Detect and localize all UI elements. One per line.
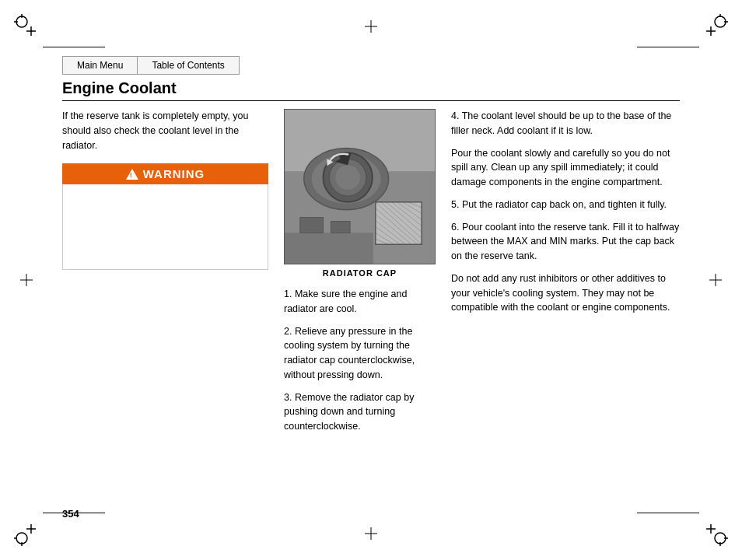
warning-triangle-icon [126, 169, 138, 180]
corner-mark-bl [14, 524, 36, 546]
intro-text: If the reserve tank is completely empty,… [62, 109, 268, 152]
warning-header: WARNING [62, 163, 268, 184]
svg-point-34 [335, 165, 360, 190]
step-5-text: Put the radiator cap back on, and tighte… [462, 199, 667, 210]
additives-note: Do not add any rust inhibitors or other … [451, 271, 680, 315]
step-6-label: 6. [451, 222, 462, 233]
corner-mark-tr [706, 14, 728, 36]
page-title: Engine Coolant [62, 79, 680, 97]
svg-point-7 [715, 16, 726, 27]
top-line-right [637, 47, 699, 47]
warning-label: WARNING [143, 167, 205, 180]
step-4-text: The coolant level should be up to the ba… [451, 110, 671, 136]
nav-bar: Main Menu Table of Contents [62, 56, 240, 75]
pour-note: Pour the coolant slowly and carefully so… [451, 146, 680, 190]
svg-point-0 [16, 16, 27, 27]
crosshair-right [709, 274, 722, 286]
title-section: Engine Coolant [62, 79, 680, 101]
step-4: 4. The coolant level should be up to the… [451, 109, 680, 138]
top-line-left [43, 47, 105, 47]
image-caption: RADIATOR CAP [284, 268, 436, 278]
steps-list: 1. Make sure the engine and radiator are… [284, 287, 436, 434]
warning-content [62, 184, 268, 270]
middle-column: RADIATOR CAP 1. Make sure the engine and… [276, 109, 443, 498]
svg-point-12 [16, 533, 27, 544]
step-4-label: 4. [451, 110, 462, 121]
svg-point-17 [715, 533, 726, 544]
content-area: If the reserve tank is completely empty,… [62, 109, 680, 498]
main-menu-button[interactable]: Main Menu [62, 56, 137, 75]
corner-mark-tl [14, 14, 36, 36]
svg-rect-50 [285, 233, 373, 264]
radiator-cap-image [284, 109, 436, 264]
step-6-text: Pour coolant into the reserve tank. Fill… [451, 222, 679, 262]
left-column: If the reserve tank is completely empty,… [62, 109, 276, 498]
step-5-label: 5. [451, 199, 462, 210]
crosshair-left [20, 274, 33, 286]
corner-mark-br [706, 524, 728, 546]
step-3: 3. Remove the radiator cap by pushing do… [284, 390, 436, 434]
svg-rect-52 [331, 222, 350, 233]
right-column: 4. The coolant level should be up to the… [443, 109, 680, 498]
table-of-contents-button[interactable]: Table of Contents [137, 56, 239, 75]
step-2: 2. Relieve any pressure in the cooling s… [284, 324, 436, 383]
step-6: 6. Pour coolant into the reserve tank. F… [451, 220, 680, 264]
step-5: 5. Put the radiator cap back on, and tig… [451, 198, 680, 212]
svg-rect-51 [300, 218, 324, 233]
crosshair-top [365, 20, 377, 33]
bottom-line-right [637, 513, 699, 513]
page-number: 354 [62, 508, 79, 520]
crosshair-bottom [365, 527, 377, 540]
step-1: 1. Make sure the engine and radiator are… [284, 287, 436, 317]
